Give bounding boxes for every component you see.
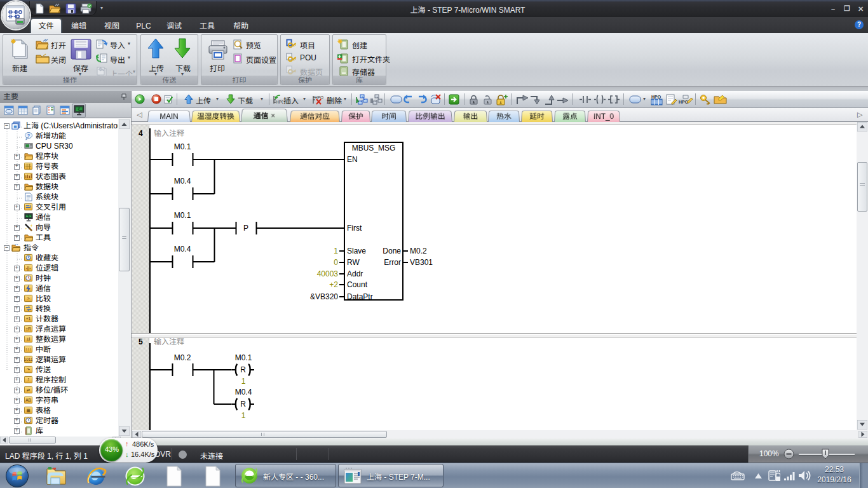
svg-text:First: First bbox=[347, 224, 362, 233]
svg-text:1: 1 bbox=[241, 377, 246, 386]
svg-text:DataPtr: DataPtr bbox=[347, 292, 373, 301]
svg-text:M0.4: M0.4 bbox=[235, 388, 252, 396]
svg-text:R: R bbox=[240, 400, 246, 409]
svg-text:Addr: Addr bbox=[347, 269, 363, 278]
svg-text:M0.1: M0.1 bbox=[174, 211, 191, 220]
svg-text:▦: ▦ bbox=[26, 408, 30, 412]
svg-text:⇄: ⇄ bbox=[27, 388, 31, 392]
svg-text:0: 0 bbox=[334, 258, 338, 267]
svg-text:M0.1: M0.1 bbox=[174, 142, 191, 151]
svg-text:-||-: -||- bbox=[26, 266, 31, 271]
svg-text:M0.2: M0.2 bbox=[410, 247, 427, 255]
svg-text:HPO: HPO bbox=[651, 95, 661, 99]
svg-text:M0.1: M0.1 bbox=[235, 353, 252, 362]
svg-text:HPO: HPO bbox=[679, 100, 689, 104]
svg-text:Slave: Slave bbox=[347, 247, 366, 255]
svg-text:输入注释: 输入注释 bbox=[154, 337, 184, 346]
svg-text:1011: 1011 bbox=[24, 357, 33, 362]
svg-text:R: R bbox=[240, 365, 246, 374]
svg-text:1: 1 bbox=[241, 411, 246, 420]
svg-text:RW: RW bbox=[347, 258, 360, 267]
svg-text:M0.2: M0.2 bbox=[174, 353, 191, 362]
svg-text:输入注释: 输入注释 bbox=[154, 129, 184, 138]
svg-text:HPO: HPO bbox=[276, 100, 283, 104]
svg-text:EN: EN bbox=[347, 155, 358, 164]
svg-text:Error: Error bbox=[384, 258, 401, 267]
svg-text:Done: Done bbox=[383, 247, 401, 255]
svg-text:M0.4: M0.4 bbox=[174, 177, 191, 186]
svg-text:5: 5 bbox=[139, 337, 143, 346]
svg-text:⤴: ⤴ bbox=[27, 377, 29, 382]
svg-text:↷: ↷ bbox=[27, 367, 31, 372]
svg-text:AB: AB bbox=[25, 398, 31, 402]
svg-text:±R: ±R bbox=[25, 327, 31, 331]
svg-text:Count: Count bbox=[347, 280, 368, 289]
svg-text:4: 4 bbox=[139, 129, 143, 138]
svg-text:?: ? bbox=[27, 133, 31, 139]
svg-text:P: P bbox=[243, 224, 248, 233]
svg-text:±I: ±I bbox=[27, 337, 31, 341]
svg-text:1: 1 bbox=[334, 247, 338, 255]
svg-text:40003: 40003 bbox=[317, 269, 339, 278]
svg-text:M0.4: M0.4 bbox=[174, 245, 191, 254]
svg-text:&VB320: &VB320 bbox=[310, 292, 338, 301]
svg-text:+2: +2 bbox=[329, 280, 338, 289]
svg-text:VB301: VB301 bbox=[410, 258, 433, 267]
svg-text:↑↑↑: ↑↑↑ bbox=[25, 347, 32, 351]
svg-text:MBUS_MSG: MBUS_MSG bbox=[352, 144, 396, 152]
svg-text:+1: +1 bbox=[26, 316, 31, 321]
svg-text:>: > bbox=[27, 296, 30, 301]
svg-text:HPO: HPO bbox=[315, 95, 323, 100]
